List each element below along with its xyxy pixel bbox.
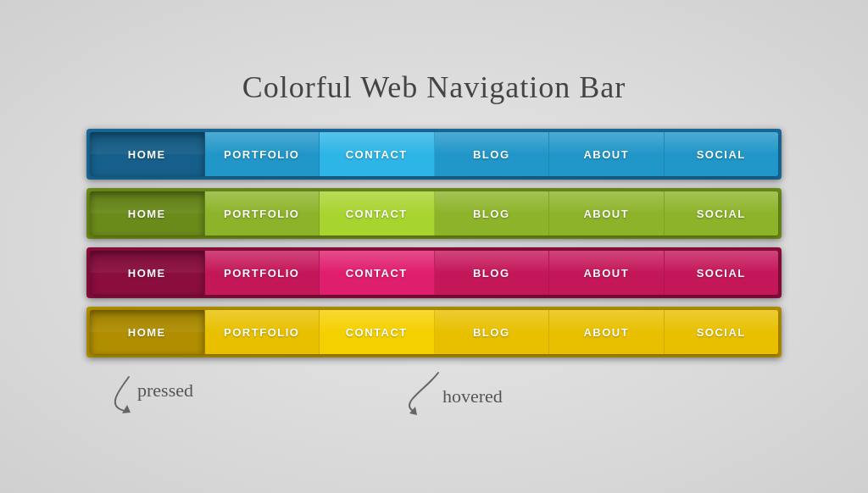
red-portfolio[interactable]: PORTFOLIO (205, 251, 320, 295)
red-home[interactable]: HOME (90, 251, 205, 295)
red-about[interactable]: ABOUT (549, 251, 665, 295)
yellow-blog[interactable]: BLOG (435, 310, 550, 354)
nav-container: HOME PORTFOLIO CONTACT BLOG ABOUT SOCIAL… (86, 129, 782, 357)
yellow-home[interactable]: HOME (90, 310, 205, 354)
annotations: pressed hovered (86, 364, 782, 424)
blue-nav-bar: HOME PORTFOLIO CONTACT BLOG ABOUT SOCIAL (90, 132, 778, 176)
hovered-annotation-svg: hovered (383, 364, 536, 419)
green-nav-bar: HOME PORTFOLIO CONTACT BLOG ABOUT SOCIAL (90, 191, 778, 235)
blue-about[interactable]: ABOUT (549, 132, 665, 176)
red-nav-wrapper: HOME PORTFOLIO CONTACT BLOG ABOUT SOCIAL (86, 247, 782, 298)
green-social[interactable]: SOCIAL (665, 191, 779, 235)
red-social[interactable]: SOCIAL (665, 251, 779, 295)
yellow-contact[interactable]: CONTACT (320, 310, 435, 354)
pressed-annotation-svg: pressed (103, 364, 256, 419)
yellow-about[interactable]: ABOUT (549, 310, 665, 354)
blue-social[interactable]: SOCIAL (665, 132, 779, 176)
green-portfolio[interactable]: PORTFOLIO (205, 191, 320, 235)
blue-nav-wrapper: HOME PORTFOLIO CONTACT BLOG ABOUT SOCIAL (86, 129, 782, 180)
red-nav-bar: HOME PORTFOLIO CONTACT BLOG ABOUT SOCIAL (90, 251, 778, 295)
blue-home[interactable]: HOME (90, 132, 205, 176)
blue-portfolio[interactable]: PORTFOLIO (205, 132, 320, 176)
blue-contact[interactable]: CONTACT (320, 132, 435, 176)
green-contact[interactable]: CONTACT (320, 191, 435, 235)
svg-marker-0 (122, 405, 131, 413)
green-nav-wrapper: HOME PORTFOLIO CONTACT BLOG ABOUT SOCIAL (86, 188, 782, 239)
yellow-nav-wrapper: HOME PORTFOLIO CONTACT BLOG ABOUT SOCIAL (86, 307, 782, 357)
red-contact[interactable]: CONTACT (320, 251, 435, 295)
red-blog[interactable]: BLOG (435, 251, 550, 295)
green-blog[interactable]: BLOG (435, 191, 550, 235)
hovered-label: hovered (442, 385, 503, 407)
yellow-portfolio[interactable]: PORTFOLIO (205, 310, 320, 354)
green-about[interactable]: ABOUT (549, 191, 665, 235)
page-title: Colorful Web Navigation Bar (242, 69, 626, 105)
yellow-nav-bar: HOME PORTFOLIO CONTACT BLOG ABOUT SOCIAL (90, 310, 778, 354)
blue-blog[interactable]: BLOG (435, 132, 550, 176)
green-home[interactable]: HOME (90, 191, 205, 235)
yellow-social[interactable]: SOCIAL (665, 310, 779, 354)
pressed-label: pressed (137, 379, 193, 401)
